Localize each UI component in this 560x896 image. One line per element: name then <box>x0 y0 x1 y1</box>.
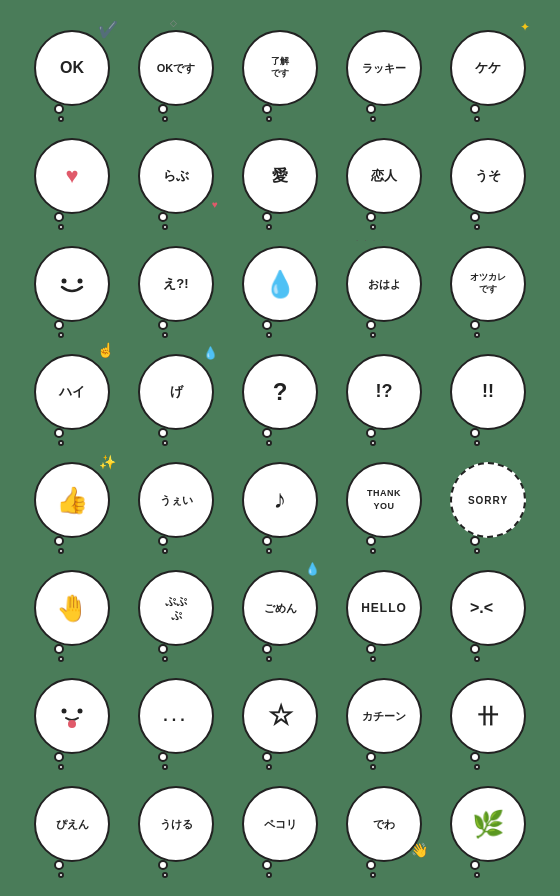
cell-exclaim-q[interactable]: !? <box>334 342 434 442</box>
cell-uei[interactable]: うぇい <box>126 450 226 550</box>
speech-bubble-wink: >.< <box>450 570 526 646</box>
label-ge: げ <box>170 384 183 401</box>
cell-thankyou[interactable]: THANKYOU <box>334 450 434 550</box>
cell-heart[interactable]: ♥ <box>22 126 122 226</box>
cell-pekori[interactable]: ペコリ <box>230 774 330 874</box>
label-lucky: ラッキー <box>362 61 406 75</box>
speech-bubble-hello: HELLO <box>346 570 422 646</box>
cell-sorry[interactable]: SORRY <box>438 450 538 550</box>
speech-bubble-thumbup: 👍 <box>34 462 110 538</box>
label-rabu: らぶ <box>163 168 189 185</box>
svg-point-0 <box>62 279 67 284</box>
cell-pien[interactable]: ぴえん <box>22 774 122 874</box>
label-hello: HELLO <box>361 601 407 615</box>
cell-threedots[interactable]: ... <box>126 666 226 766</box>
speech-bubble-pien: ぴえん <box>34 786 110 862</box>
cell-star[interactable]: ☆ <box>230 666 330 766</box>
cell-koibito[interactable]: 恋人 <box>334 126 434 226</box>
cell-ge[interactable]: げ 💧 <box>126 342 226 442</box>
smile-face-icon <box>52 269 92 299</box>
label-double-exclaim: !! <box>482 380 494 403</box>
label-uei: うぇい <box>160 493 193 507</box>
cell-angry[interactable]: 卄 <box>438 666 538 766</box>
speech-bubble-rabu: らぶ <box>138 138 214 214</box>
cell-ukeru[interactable]: うける <box>126 774 226 874</box>
cell-tongue[interactable] <box>22 666 122 766</box>
label-kachiin: カチーン <box>362 709 406 723</box>
speech-bubble-gomen: ごめん <box>242 570 318 646</box>
cell-ohayo[interactable]: おはよ · · · · <box>334 234 434 334</box>
cell-ryokai[interactable]: 了解です <box>230 18 330 118</box>
cell-kachiin[interactable]: カチーン <box>334 666 434 766</box>
label-question: ? <box>273 376 288 407</box>
label-threedots: ... <box>163 706 188 727</box>
speech-bubble-lucky: ラッキー <box>346 30 422 106</box>
cell-ke[interactable]: ケケ ✦ <box>438 18 538 118</box>
svg-point-5 <box>68 720 76 728</box>
label-koibito: 恋人 <box>371 168 397 185</box>
cell-wink[interactable]: >.< <box>438 558 538 658</box>
label-ryokai: 了解です <box>271 56 289 79</box>
cell-ai[interactable]: 愛 <box>230 126 330 226</box>
speech-bubble-angry: 卄 <box>450 678 526 754</box>
cell-ok[interactable]: OK ✔️ <box>22 18 122 118</box>
sweat-icon: 💧 <box>203 346 218 360</box>
cell-smile[interactable] <box>22 234 122 334</box>
label-dewa: でわ <box>373 817 395 831</box>
speech-bubble-double-exclaim: !! <box>450 354 526 430</box>
cell-music[interactable]: ♪ <box>230 450 330 550</box>
label-uso: うそ <box>475 168 501 185</box>
svg-point-3 <box>62 709 67 714</box>
label-angry: 卄 <box>478 703 498 729</box>
cell-pupu[interactable]: ぷぷぷ <box>126 558 226 658</box>
speech-bubble-ge: げ <box>138 354 214 430</box>
speech-bubble-threedots: ... <box>138 678 214 754</box>
speech-bubble-koibito: 恋人 <box>346 138 422 214</box>
speech-bubble-pupu: ぷぷぷ <box>138 570 214 646</box>
cell-leaf[interactable]: 🌿 <box>438 774 538 874</box>
speech-bubble-leaf: 🌿 <box>450 786 526 862</box>
cell-gomen[interactable]: ごめん 💧 <box>230 558 330 658</box>
cell-hai[interactable]: ハイ ☝️ <box>22 342 122 442</box>
cell-hello[interactable]: HELLO <box>334 558 434 658</box>
cell-otsukare[interactable]: オツカレです <box>438 234 538 334</box>
speech-bubble-ohayo: おはよ <box>346 246 422 322</box>
cell-uso[interactable]: うそ <box>438 126 538 226</box>
cell-hand-raise[interactable]: 🤚 <box>22 558 122 658</box>
cell-question[interactable]: ? <box>230 342 330 442</box>
speech-bubble-e: え?! <box>138 246 214 322</box>
label-ai: 愛 <box>272 166 288 187</box>
speech-bubble-ke: ケケ <box>450 30 526 106</box>
speech-bubble-pekori: ペコリ <box>242 786 318 862</box>
label-gomen: ごめん <box>264 601 297 615</box>
speech-bubble-uso: うそ <box>450 138 526 214</box>
cell-thumbup[interactable]: 👍 ✨ <box>22 450 122 550</box>
cell-okdesu[interactable]: OKです ◇ <box>126 18 226 118</box>
label-pupu: ぷぷぷ <box>165 594 187 623</box>
cell-e[interactable]: え?! <box>126 234 226 334</box>
speech-bubble-okdesu: OKです <box>138 30 214 106</box>
cell-drop[interactable]: 💧 <box>230 234 330 334</box>
speech-bubble-smile <box>34 246 110 322</box>
cell-dewa[interactable]: でわ 👋 <box>334 774 434 874</box>
cell-lucky[interactable]: ラッキー <box>334 18 434 118</box>
label-ke: ケケ <box>475 60 501 77</box>
label-ok: OK <box>60 58 84 79</box>
hand-raise-icon: 🤚 <box>56 593 88 624</box>
cell-double-exclaim[interactable]: !! <box>438 342 538 442</box>
music-note-icon: ♪ <box>274 483 287 517</box>
hand-point-icon: ☝️ <box>97 342 114 358</box>
speech-bubble-ryokai: 了解です <box>242 30 318 106</box>
label-exclaim-q: !? <box>376 380 393 403</box>
wave-hand-icon: 👋 <box>411 842 428 858</box>
leaf-icon: 🌿 <box>472 809 504 840</box>
cell-rabu[interactable]: らぶ ♥ <box>126 126 226 226</box>
thumbup-icon: 👍 <box>56 485 88 516</box>
label-e: え?! <box>163 276 188 293</box>
checkmark-icon: ✔️ <box>98 20 118 39</box>
speech-bubble-ai: 愛 <box>242 138 318 214</box>
label-hai: ハイ <box>59 384 85 401</box>
star-icon: ✦ <box>520 20 530 34</box>
small-heart-icon: ♥ <box>212 199 218 210</box>
diamond-icon: ◇ <box>170 18 177 28</box>
